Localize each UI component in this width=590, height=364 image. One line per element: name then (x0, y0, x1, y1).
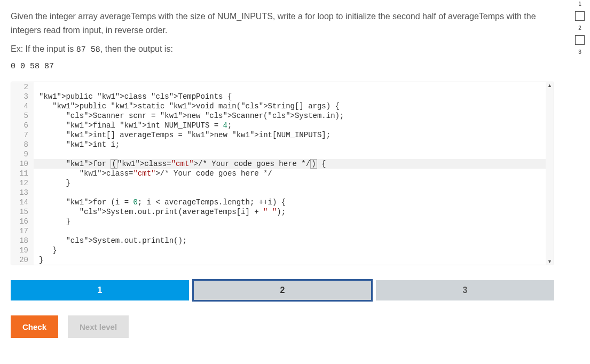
scroll-down-icon[interactable]: ▼ (546, 258, 554, 265)
tab-3[interactable]: 3 (376, 280, 554, 300)
side-label-1: 1 (578, 1, 581, 7)
code-editor[interactable]: 234567891011121314151617181920 "kw1">pub… (11, 82, 554, 265)
side-box-1[interactable] (575, 11, 585, 21)
side-box-2[interactable] (575, 35, 585, 45)
scroll-up-icon[interactable]: ▲ (546, 82, 554, 89)
tab-2[interactable]: 2 (193, 280, 372, 300)
line-gutter: 234567891011121314151617181920 (11, 82, 34, 265)
editor-scrollbar[interactable]: ▲ ▼ (546, 82, 554, 265)
tab-1[interactable]: 1 (11, 280, 189, 300)
code-area[interactable]: "kw1">public "kw1">class "cls">TempPoint… (34, 82, 554, 265)
action-buttons: Check Next level (11, 315, 550, 338)
example-intro: Ex: If the input is 87 58, then the outp… (11, 44, 550, 54)
side-label-3: 3 (578, 49, 581, 55)
side-progress: 1 2 3 (575, 0, 585, 55)
side-label-2: 2 (578, 25, 581, 31)
example-output: 0 0 58 87 (11, 62, 550, 71)
check-button[interactable]: Check (11, 315, 58, 338)
problem-prompt: Given the integer array averageTemps wit… (11, 10, 550, 37)
next-level-button: Next level (68, 315, 129, 338)
test-tabs: 1 2 3 (11, 280, 554, 300)
